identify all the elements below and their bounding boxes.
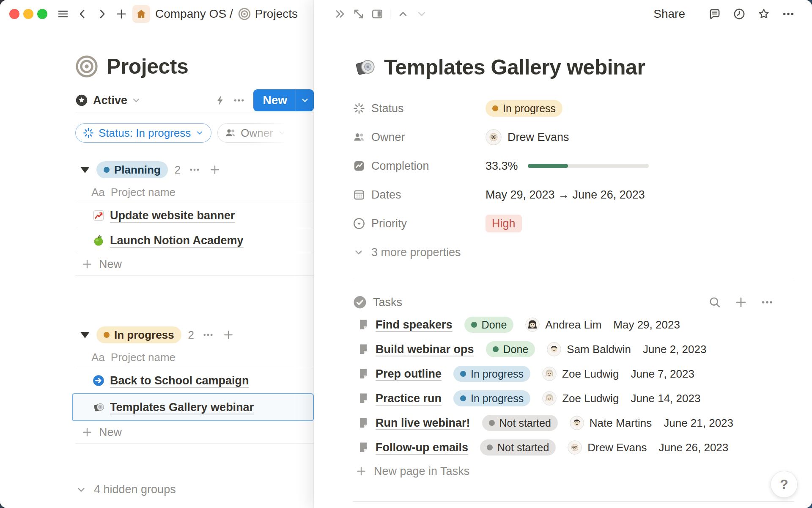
filter-status-chip[interactable]: Status: In progress (75, 123, 211, 143)
new-button-dropdown-icon[interactable] (296, 89, 314, 111)
group-status-pill[interactable]: Planning (96, 161, 168, 178)
task-due-date[interactable]: June 7, 2023 (631, 367, 694, 381)
assignee-name[interactable]: Zoe Ludwig (562, 367, 619, 381)
task-row[interactable]: Build webinar ops Done Sam Baldwin June … (353, 337, 794, 362)
project-title[interactable]: Update website banner (110, 209, 235, 222)
more-options-icon[interactable] (781, 6, 796, 22)
favorite-star-icon[interactable] (756, 6, 771, 22)
back-icon[interactable] (75, 6, 90, 22)
add-task-icon[interactable] (733, 295, 749, 310)
target-icon[interactable] (75, 55, 98, 78)
task-status-pill[interactable]: Done (486, 341, 535, 357)
filter-owner-chip[interactable]: Owner (217, 123, 294, 143)
project-title[interactable]: Templates Gallery webinar (110, 401, 254, 414)
task-due-date[interactable]: May 29, 2023 (613, 318, 680, 331)
group-add-icon[interactable] (208, 163, 221, 176)
task-title[interactable]: Prep outline (376, 367, 442, 381)
task-title[interactable]: Run live webinar! (376, 417, 470, 430)
home-icon[interactable] (132, 5, 150, 23)
task-status-pill[interactable]: Not started (480, 439, 556, 456)
task-status-pill[interactable]: In progress (453, 390, 530, 406)
task-due-date[interactable]: June 2, 2023 (643, 343, 706, 356)
group-more-icon[interactable] (188, 163, 201, 176)
page-title[interactable]: Projects (107, 54, 188, 79)
breadcrumb-page[interactable]: Projects (255, 7, 298, 21)
status-pill[interactable]: In progress (486, 100, 562, 117)
view-tab-active[interactable]: Active (93, 94, 127, 107)
view-options-icon[interactable] (231, 93, 247, 108)
task-status-pill[interactable]: In progress (453, 366, 530, 382)
search-icon[interactable] (707, 295, 722, 310)
tasks-title[interactable]: Tasks (373, 296, 402, 309)
assignee-name[interactable]: Drew Evans (587, 441, 647, 454)
project-row[interactable]: Templates Gallery webinar (72, 393, 314, 421)
sidebar-menu-icon[interactable] (55, 6, 71, 22)
comments-icon[interactable] (707, 6, 722, 22)
task-due-date[interactable]: June 14, 2023 (631, 392, 701, 405)
task-status-pill[interactable]: Done (464, 317, 514, 333)
help-button[interactable]: ? (771, 471, 798, 498)
task-row[interactable]: Practice run In progress Zoe Ludwig June… (353, 386, 794, 411)
tasks-more-icon[interactable] (760, 295, 775, 310)
more-properties-toggle[interactable]: 3 more properties (353, 242, 794, 262)
priority-pill[interactable]: High (486, 215, 522, 232)
forward-icon[interactable] (94, 6, 110, 22)
zoom-window-button[interactable] (37, 9, 47, 19)
project-title[interactable]: Launch Notion Academy (110, 234, 244, 247)
side-peek-icon[interactable] (370, 6, 385, 22)
breadcrumb-workspace[interactable]: Company OS (155, 7, 226, 21)
project-row[interactable]: Update website banner (75, 203, 314, 228)
property-row-owner[interactable]: Owner Drew Evans (353, 127, 794, 147)
close-peek-icon[interactable] (332, 6, 348, 22)
new-button[interactable]: New (253, 89, 314, 111)
new-page-icon[interactable] (114, 6, 129, 22)
minimize-window-button[interactable] (23, 9, 33, 19)
hidden-groups-toggle[interactable]: 4 hidden groups (75, 483, 176, 496)
task-title[interactable]: Find speakers (376, 318, 453, 331)
group-more-icon[interactable] (202, 329, 214, 341)
task-title[interactable]: Follow-up emails (376, 441, 468, 454)
property-row-dates[interactable]: Dates May 29, 2023 → June 26, 2023 (353, 185, 794, 205)
task-title[interactable]: Build webinar ops (376, 343, 474, 356)
next-page-icon[interactable] (414, 6, 429, 22)
previous-page-icon[interactable] (395, 6, 411, 22)
task-due-date[interactable]: June 26, 2023 (658, 441, 728, 454)
new-button-label[interactable]: New (253, 89, 296, 111)
collapse-group-icon[interactable] (80, 167, 90, 173)
assignee-name[interactable]: Sam Baldwin (567, 343, 631, 356)
task-row[interactable]: Prep outline In progress Zoe Ludwig June… (353, 362, 794, 386)
task-status-pill[interactable]: Not started (482, 415, 558, 431)
new-task-button[interactable]: New page in Tasks (353, 460, 794, 483)
expand-page-icon[interactable] (351, 6, 366, 22)
assignee-name[interactable]: Andrea Lim (545, 318, 601, 331)
collapse-group-icon[interactable] (80, 332, 90, 338)
close-window-button[interactable] (9, 9, 19, 19)
task-row[interactable]: Find speakers Done Andrea Lim May 29, 20… (353, 312, 794, 337)
task-title[interactable]: Practice run (376, 392, 442, 405)
new-project-button[interactable]: New (75, 253, 314, 276)
automations-bolt-icon[interactable] (213, 93, 228, 108)
project-row[interactable]: Launch Notion Academy (75, 228, 314, 253)
property-row-completion[interactable]: Completion 33.3% (353, 156, 794, 176)
speaker-icon[interactable] (353, 55, 376, 79)
page-title[interactable]: Templates Gallery webinar (384, 55, 645, 80)
people-icon (353, 131, 365, 144)
table-header-project-name[interactable]: Project name (111, 351, 176, 364)
chevron-down-icon[interactable] (131, 95, 142, 106)
assignee-name[interactable]: Zoe Ludwig (562, 392, 619, 405)
group-status-pill[interactable]: In progress (96, 326, 181, 343)
assignee-name[interactable]: Nate Martins (590, 417, 652, 430)
group-add-icon[interactable] (222, 329, 235, 341)
new-project-button[interactable]: New (75, 421, 314, 444)
project-row[interactable]: Back to School campaign (75, 368, 314, 393)
property-row-priority[interactable]: Priority High (353, 213, 794, 234)
task-due-date[interactable]: June 21, 2023 (664, 417, 733, 430)
property-row-status[interactable]: Status In progress (353, 98, 794, 119)
table-header-project-name[interactable]: Project name (111, 186, 176, 199)
updates-clock-icon[interactable] (732, 6, 747, 22)
section-divider (353, 278, 794, 278)
task-row[interactable]: Run live webinar! Not started Nate Marti… (353, 411, 794, 435)
task-row[interactable]: Follow-up emails Not started Drew Evans … (353, 435, 794, 460)
project-title[interactable]: Back to School campaign (110, 374, 249, 387)
share-button[interactable]: Share (653, 7, 685, 21)
